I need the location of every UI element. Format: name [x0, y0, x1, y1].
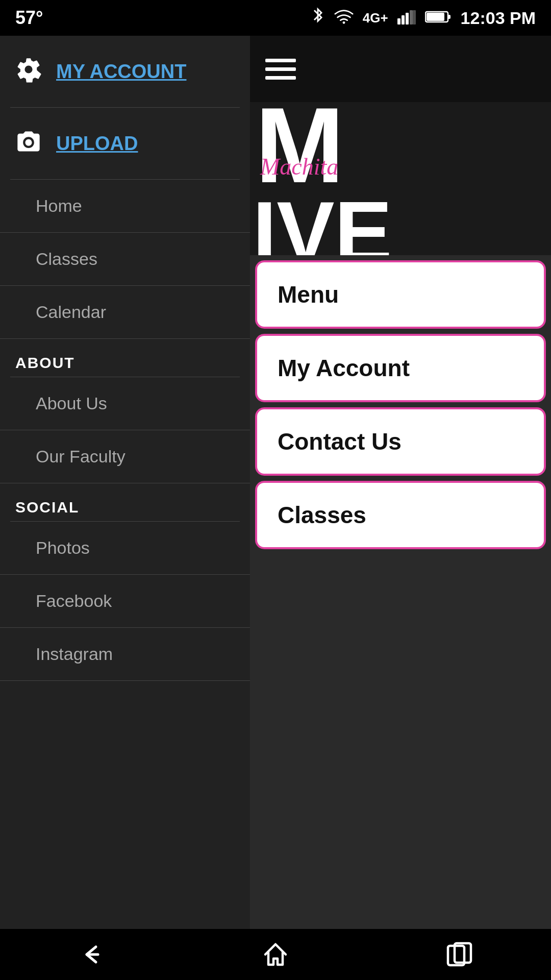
right-topbar [250, 36, 551, 102]
hero-area: M Machita IVE [250, 102, 551, 255]
hamburger-line-2 [265, 67, 296, 71]
hamburger-menu-button[interactable] [265, 59, 296, 80]
svg-rect-4 [410, 10, 413, 24]
sidebar-item-our-faculty[interactable]: Our Faculty [0, 430, 250, 483]
sidebar-item-about-us[interactable]: About Us [0, 377, 250, 430]
sidebar-item-home[interactable]: Home [0, 180, 250, 233]
hamburger-line-1 [265, 59, 296, 62]
home-button[interactable] [255, 934, 296, 975]
sidebar: MY ACCOUNT UPLOAD Home Classes Calendar … [0, 36, 250, 929]
status-icons: 4G+ 12:03 PM [311, 7, 536, 30]
upload-link[interactable]: UPLOAD [56, 133, 138, 155]
svg-rect-2 [402, 15, 405, 24]
svg-rect-1 [397, 18, 400, 24]
menu-card-my-account[interactable]: My Account [255, 334, 546, 402]
sidebar-item-instagram[interactable]: Instagram [0, 628, 250, 681]
upload-item[interactable]: UPLOAD [0, 108, 250, 179]
menu-card-menu[interactable]: Menu [255, 260, 546, 329]
camera-icon [15, 128, 46, 159]
main-layout: MY ACCOUNT UPLOAD Home Classes Calendar … [0, 36, 551, 929]
svg-rect-7 [448, 15, 450, 19]
sidebar-item-classes[interactable]: Classes [0, 233, 250, 286]
sidebar-item-photos[interactable]: Photos [0, 522, 250, 575]
my-account-link[interactable]: MY ACCOUNT [56, 61, 186, 83]
sidebar-item-calendar[interactable]: Calendar [0, 286, 250, 339]
back-button[interactable] [71, 934, 112, 975]
svg-point-0 [342, 21, 345, 23]
menu-card-contact-us[interactable]: Contact Us [255, 407, 546, 476]
4g-icon: 4G+ [363, 10, 388, 26]
wifi-icon [334, 9, 354, 28]
gear-icon [15, 56, 46, 87]
about-section-header: ABOUT [0, 339, 250, 377]
menu-card-classes[interactable]: Classes [255, 481, 546, 549]
battery-icon [425, 10, 452, 26]
social-section-header: SOCIAL [0, 483, 250, 521]
bluetooth-icon [311, 7, 325, 30]
hero-script: Machita [260, 153, 338, 180]
time: 12:03 PM [461, 8, 536, 28]
menu-cards: Menu My Account Contact Us Classes [250, 255, 551, 929]
recents-button[interactable] [439, 934, 480, 975]
sidebar-item-facebook[interactable]: Facebook [0, 575, 250, 628]
temperature: 57° [15, 7, 43, 29]
right-panel: M Machita IVE Menu My Account Contact Us… [250, 36, 551, 929]
status-bar: 57° 4G+ [0, 0, 551, 36]
svg-rect-3 [406, 13, 409, 24]
my-account-item[interactable]: MY ACCOUNT [0, 36, 250, 107]
hamburger-line-3 [265, 76, 296, 80]
signal-icon [397, 9, 416, 27]
svg-rect-5 [413, 10, 416, 24]
hero-big-letter-2: IVE [253, 189, 392, 255]
svg-rect-8 [427, 13, 444, 21]
bottom-nav [0, 929, 551, 980]
